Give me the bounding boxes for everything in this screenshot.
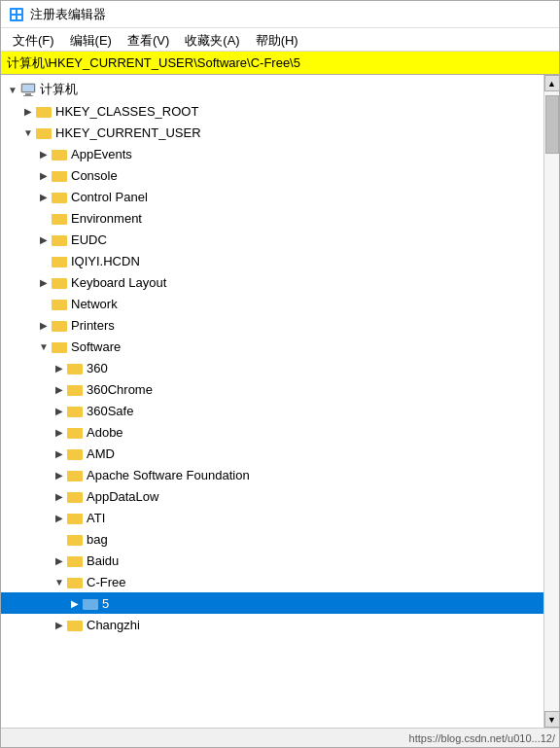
tree-item-adobe[interactable]: ▶ Adobe bbox=[1, 421, 543, 443]
menu-file[interactable]: 文件(F) bbox=[5, 30, 62, 49]
hkcr-label: HKEY_CLASSES_ROOT bbox=[55, 104, 198, 119]
tree-item-appevents[interactable]: ▶ AppEvents bbox=[1, 143, 543, 164]
tree-item-console[interactable]: ▶ Console bbox=[1, 164, 543, 186]
expand-hkcu[interactable]: ▼ bbox=[20, 125, 36, 140]
menu-favorites[interactable]: 收藏夹(A) bbox=[177, 30, 247, 49]
tree-item-changzhi[interactable]: ▶ Changzhi bbox=[1, 614, 543, 635]
expand-controlpanel[interactable]: ▶ bbox=[36, 189, 52, 204]
scroll-track[interactable] bbox=[544, 91, 559, 711]
folder-icon-apache bbox=[67, 468, 83, 481]
tree-item-printers[interactable]: ▶ Printers bbox=[1, 314, 543, 336]
folder-icon-keyboard bbox=[52, 275, 67, 289]
tree-item-appdatalow[interactable]: ▶ AppDataLow bbox=[1, 485, 543, 507]
folder-icon-360chrome bbox=[67, 382, 83, 396]
folder-icon-console bbox=[52, 168, 67, 182]
folder-icon-controlpanel bbox=[52, 190, 67, 203]
apache-label: Apache Software Foundation bbox=[87, 468, 250, 482]
tree-item-360chrome[interactable]: ▶ 360Chrome bbox=[1, 378, 543, 400]
scroll-up-btn[interactable]: ▲ bbox=[544, 75, 560, 91]
tree-item-environment[interactable]: ▶ Environment bbox=[1, 207, 543, 229]
tree-item-cfree5[interactable]: ▶ 5 bbox=[1, 592, 543, 614]
console-label: Console bbox=[71, 168, 118, 183]
ati-label: ATI bbox=[87, 511, 105, 525]
tree-item-computer[interactable]: ▼ 计算机 bbox=[1, 79, 543, 100]
expand-360[interactable]: ▶ bbox=[52, 360, 67, 375]
status-bar: https://blog.csdn.net/u010...12/ bbox=[1, 728, 559, 747]
folder-icon-cfree5 bbox=[83, 596, 98, 610]
menu-view[interactable]: 查看(V) bbox=[120, 30, 177, 49]
expand-baidu[interactable]: ▶ bbox=[52, 552, 67, 568]
expand-console[interactable]: ▶ bbox=[36, 167, 52, 183]
expand-changzhi[interactable]: ▶ bbox=[52, 617, 67, 632]
tree-item-hkcr[interactable]: ▶ HKEY_CLASSES_ROOT bbox=[1, 100, 543, 122]
folder-icon-360safe bbox=[67, 404, 83, 417]
main-content: ▼ 计算机 ▶ HKEY_CLASSES_ROOT ▼ HKEY_CUR bbox=[1, 75, 559, 728]
folder-icon-cfree bbox=[67, 575, 83, 588]
tree-item-bag[interactable]: ▶ bag bbox=[1, 528, 543, 550]
expand-amd[interactable]: ▶ bbox=[52, 445, 67, 461]
environment-label: Environment bbox=[71, 211, 142, 226]
folder-icon-360 bbox=[67, 361, 83, 374]
tree-item-eudc[interactable]: ▶ EUDC bbox=[1, 229, 543, 250]
tree-item-iqiyi[interactable]: ▶ IQIYI.HCDN bbox=[1, 250, 543, 271]
expand-printers[interactable]: ▶ bbox=[36, 317, 52, 333]
scrollbar[interactable]: ▲ ▼ bbox=[543, 75, 559, 728]
appevents-label: AppEvents bbox=[71, 147, 132, 161]
tree-item-hkcu[interactable]: ▼ HKEY_CURRENT_USER bbox=[1, 122, 543, 143]
tree-item-baidu[interactable]: ▶ Baidu bbox=[1, 550, 543, 571]
app-icon bbox=[9, 7, 24, 22]
folder-icon-adobe bbox=[67, 425, 83, 439]
tree-item-ati[interactable]: ▶ ATI bbox=[1, 507, 543, 528]
expand-hkcr[interactable]: ▶ bbox=[20, 103, 36, 119]
folder-icon-eudc bbox=[52, 232, 67, 246]
status-url: https://blog.csdn.net/u010...12/ bbox=[409, 732, 555, 744]
expand-eudc[interactable]: ▶ bbox=[36, 232, 52, 247]
computer-label: 计算机 bbox=[40, 81, 78, 98]
expand-cfree[interactable]: ▼ bbox=[52, 574, 67, 589]
expand-360safe[interactable]: ▶ bbox=[52, 403, 67, 418]
expand-adobe[interactable]: ▶ bbox=[52, 424, 67, 440]
360-label: 360 bbox=[87, 361, 108, 375]
expand-computer[interactable]: ▼ bbox=[5, 82, 20, 97]
tree-item-apache[interactable]: ▶ Apache Software Foundation bbox=[1, 464, 543, 485]
tree-item-cfree[interactable]: ▼ C-Free bbox=[1, 571, 543, 592]
tree-item-360safe[interactable]: ▶ 360Safe bbox=[1, 400, 543, 421]
address-bar: 计算机\HKEY_CURRENT_USER\Software\C-Free\5 bbox=[1, 52, 559, 75]
tree-item-360[interactable]: ▶ 360 bbox=[1, 357, 543, 378]
expand-software[interactable]: ▼ bbox=[36, 338, 52, 354]
menu-edit[interactable]: 编辑(E) bbox=[62, 30, 120, 49]
folder-icon-software bbox=[52, 339, 67, 353]
expand-keyboard[interactable]: ▶ bbox=[36, 274, 52, 290]
iqiyi-label: IQIYI.HCDN bbox=[71, 254, 140, 268]
folder-icon-hkcu bbox=[36, 125, 52, 139]
scroll-down-btn[interactable]: ▼ bbox=[544, 711, 560, 728]
keyboard-label: Keyboard Layout bbox=[71, 275, 166, 290]
folder-icon-appevents bbox=[52, 147, 67, 160]
tree-item-amd[interactable]: ▶ AMD bbox=[1, 443, 543, 464]
tree-item-software[interactable]: ▼ Software bbox=[1, 336, 543, 357]
svg-rect-7 bbox=[25, 93, 31, 95]
expand-cfree5[interactable]: ▶ bbox=[67, 595, 83, 611]
expand-360chrome[interactable]: ▶ bbox=[52, 381, 67, 397]
expand-appevents[interactable]: ▶ bbox=[36, 146, 52, 161]
expand-apache[interactable]: ▶ bbox=[52, 467, 67, 482]
tree-item-keyboard[interactable]: ▶ Keyboard Layout bbox=[1, 271, 543, 293]
svg-rect-8 bbox=[23, 95, 33, 96]
360safe-label: 360Safe bbox=[87, 404, 133, 418]
expand-ati[interactable]: ▶ bbox=[52, 510, 67, 525]
svg-rect-2 bbox=[18, 10, 21, 14]
tree-item-controlpanel[interactable]: ▶ Control Panel bbox=[1, 186, 543, 207]
svg-rect-6 bbox=[22, 85, 34, 91]
expand-appdatalow[interactable]: ▶ bbox=[52, 488, 67, 504]
cfree5-label: 5 bbox=[102, 596, 109, 611]
scroll-thumb[interactable] bbox=[545, 95, 559, 154]
address-path: 计算机\HKEY_CURRENT_USER\Software\C-Free\5 bbox=[7, 54, 300, 72]
menu-help[interactable]: 帮助(H) bbox=[248, 30, 306, 49]
controlpanel-label: Control Panel bbox=[71, 190, 148, 204]
tree-item-network[interactable]: ▶ Network bbox=[1, 293, 543, 314]
folder-icon-amd bbox=[67, 446, 83, 460]
folder-icon-iqiyi bbox=[52, 254, 67, 267]
folder-icon-baidu bbox=[67, 553, 83, 567]
baidu-label: Baidu bbox=[87, 553, 119, 568]
tree-panel[interactable]: ▼ 计算机 ▶ HKEY_CLASSES_ROOT ▼ HKEY_CUR bbox=[1, 75, 543, 728]
